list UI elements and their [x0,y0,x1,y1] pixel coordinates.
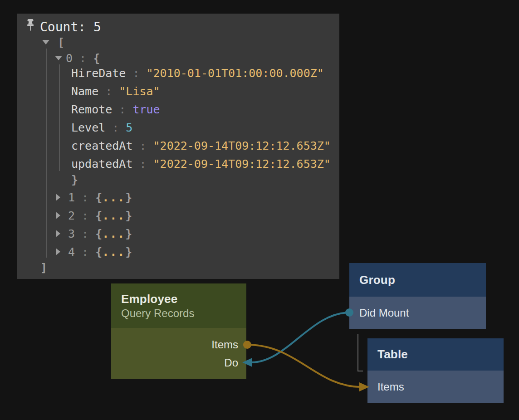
separator: : [82,191,88,204]
tree-collapsed-row[interactable]: 3:{...} [68,225,132,243]
tree-array-close-row: ] [40,259,47,277]
item-index: 0 [66,52,73,65]
tree-field-row: Name:"Lisa" [71,82,160,100]
separator: : [79,52,86,65]
brace-close: } [125,227,132,240]
field-value: 5 [126,121,132,134]
node-header[interactable]: Table [367,338,504,371]
inspector-header: Count: 5 [17,18,339,35]
brace-close: } [71,173,78,186]
tree-collapsed-row[interactable]: 1:{...} [68,188,132,206]
field-value: true [132,103,160,116]
pin-icon[interactable] [25,19,35,34]
node-table[interactable]: Table Items [367,338,504,403]
separator: : [132,67,139,80]
node-title: Table [377,347,504,361]
port-did-mount-output[interactable]: Did Mount [349,297,486,329]
brace-close: } [125,245,132,259]
separator: : [119,103,126,116]
separator: : [139,157,146,171]
tree-brace-close-row: } [71,171,78,189]
field-value: "2010-01-01T01:00:00.000Z" [146,67,323,80]
tree-field-row: updatedAt:"2022-09-14T09:12:12.653Z" [71,155,331,173]
field-key: Name [71,85,98,98]
connection-items-to-items[interactable] [247,345,361,387]
expand-triangle-icon[interactable] [56,248,60,255]
tree-field-row: Level:5 [71,118,132,137]
field-key: createdAt [71,139,132,152]
data-inspector-panel: Count: 5 [ 0:{ HireDate:"2010-01-01T01:0… [17,14,339,279]
brace-close: } [125,209,132,222]
port-do-input[interactable]: Do [111,354,246,372]
array-close-bracket: ] [40,261,47,274]
expand-triangle-icon[interactable] [56,212,60,219]
expand-triangle-icon[interactable] [56,194,60,201]
separator: : [112,121,119,134]
tree-collapsed-row[interactable]: 4:{...} [68,243,132,261]
node-header[interactable]: Employee Query Records [111,283,246,328]
item-index: 2 [68,209,75,222]
node-subtitle: Query Records [121,307,246,320]
field-key: HireDate [71,67,126,80]
field-key: Level [71,121,105,134]
collapsed-preview: ... [102,209,125,222]
brace-close: } [125,191,132,204]
field-value: "2022-09-14T09:12:12.653Z" [153,139,331,152]
port-items-output[interactable]: Items [111,336,246,354]
node-group[interactable]: Group Did Mount [349,263,486,329]
collapsed-preview: ... [102,245,125,259]
brace-open: { [95,227,102,240]
item-index: 4 [68,245,75,259]
brace-open: { [95,209,102,222]
hierarchy-elbow-line [358,334,363,371]
node-ports: Items [367,371,504,403]
node-header[interactable]: Group [349,263,486,297]
expand-triangle-icon[interactable] [56,230,60,237]
field-value: "Lisa" [119,85,160,98]
field-key: Remote [71,103,112,116]
port-items-input[interactable]: Items [367,371,504,403]
separator: : [82,227,88,240]
node-title: Employee [121,292,246,306]
separator: : [82,209,88,222]
brace-open: { [93,52,100,65]
field-key: updatedAt [71,157,132,171]
brace-open: { [95,245,102,259]
connection-didmount-to-do[interactable] [251,313,349,362]
inspector-count-label: Count: 5 [40,18,101,35]
node-employee-query-records[interactable]: Employee Query Records Items Do [111,283,246,379]
node-ports: Did Mount [349,297,486,329]
tree-array-open-row[interactable]: [ [58,33,64,51]
node-graph-canvas[interactable]: Count: 5 [ 0:{ HireDate:"2010-01-01T01:0… [0,0,519,420]
separator: : [105,85,112,98]
item-index: 1 [68,191,75,204]
brace-open: { [95,191,102,204]
tree-guide-line [59,64,60,171]
collapsed-preview: ... [102,191,125,204]
array-open-bracket: [ [58,36,64,49]
tree-collapsed-row[interactable]: 2:{...} [68,206,132,225]
tree-field-row: createdAt:"2022-09-14T09:12:12.653Z" [71,137,331,155]
tree-guide-line [46,49,47,258]
separator: : [139,139,146,152]
item-index: 3 [68,227,75,240]
field-value: "2022-09-14T09:12:12.653Z" [153,157,331,171]
collapsed-preview: ... [102,227,125,240]
collapse-triangle-icon[interactable] [55,56,62,60]
separator: : [82,245,88,259]
node-ports: Items Do [111,328,246,379]
node-title: Group [359,273,486,287]
collapse-triangle-icon[interactable] [42,40,49,44]
tree-field-row: Remote:true [71,100,160,118]
tree-field-row: HireDate:"2010-01-01T01:00:00.000Z" [71,64,324,82]
